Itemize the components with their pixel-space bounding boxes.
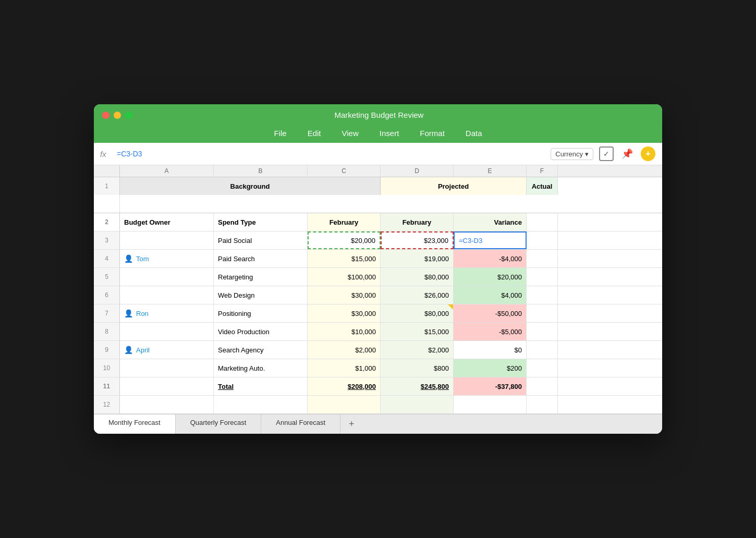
cell-11-b[interactable]: Total <box>214 377 308 395</box>
row-2: 2 Budget Owner Spend Type February Febru… <box>94 213 662 231</box>
cell-3-a[interactable] <box>120 231 214 249</box>
pin-icon: 📌 <box>621 148 633 160</box>
add-sheet-button[interactable]: + <box>340 414 363 434</box>
cell-6-c[interactable]: $30,000 <box>308 286 381 304</box>
col-header-a: A <box>120 165 214 177</box>
cell-8-c[interactable]: $10,000 <box>308 323 381 340</box>
cell-3-c[interactable]: $20,000 <box>308 231 381 249</box>
cell-12-e[interactable] <box>454 396 527 413</box>
tab-quarterly-forecast[interactable]: Quarterly Forecast <box>176 414 262 434</box>
cell-7-d[interactable]: $80,000 <box>381 304 454 322</box>
titlebar: Marketing Budget Review File Edit View I… <box>94 104 662 143</box>
menu-insert[interactable]: Insert <box>377 128 401 139</box>
cell-9-c[interactable]: $2,000 <box>308 341 381 359</box>
cell-1-projected[interactable]: Projected <box>381 177 527 195</box>
cell-1-actual[interactable]: Actual <box>527 177 558 195</box>
cell-11-e[interactable]: -$37,800 <box>454 377 527 395</box>
cell-4-d[interactable]: $19,000 <box>381 250 454 267</box>
cell-9-d[interactable]: $2,000 <box>381 341 454 359</box>
cell-8-e[interactable]: -$5,000 <box>454 323 527 340</box>
currency-dropdown[interactable]: Currency ▾ <box>551 148 593 160</box>
cell-8-rownum: 8 <box>94 323 120 340</box>
cell-5-d[interactable]: $80,000 <box>381 268 454 286</box>
cell-8-a[interactable] <box>120 323 214 340</box>
cell-5-a[interactable] <box>120 268 214 286</box>
close-button[interactable] <box>102 112 109 119</box>
cell-4-b[interactable]: Paid Search <box>214 250 308 267</box>
cell-11-d[interactable]: $245,800 <box>381 377 454 395</box>
cell-3-d[interactable]: $23,000 <box>381 231 454 249</box>
cell-8-d[interactable]: $15,000 <box>381 323 454 340</box>
cell-6-a[interactable] <box>120 286 214 304</box>
cell-5-rownum: 5 <box>94 268 120 286</box>
minimize-button[interactable] <box>114 112 121 119</box>
cell-12-d[interactable] <box>381 396 454 413</box>
flag-indicator <box>448 304 453 310</box>
cell-11-extra <box>527 377 558 395</box>
cell-7-e[interactable]: -$50,000 <box>454 304 527 322</box>
menu-format[interactable]: Format <box>418 128 447 139</box>
cell-3-e[interactable]: =C3-D3 <box>454 231 527 249</box>
cell-10-b[interactable]: Marketing Auto. <box>214 359 308 377</box>
cell-11-rownum: 11 <box>94 377 120 395</box>
cell-2-c[interactable]: February <box>308 213 381 231</box>
cell-10-d[interactable]: $800 <box>381 359 454 377</box>
cell-6-b[interactable]: Web Design <box>214 286 308 304</box>
cell-3-b[interactable]: Paid Social <box>214 231 308 249</box>
cell-8-extra <box>527 323 558 340</box>
cell-7-a[interactable]: 👤 Ron <box>120 304 214 322</box>
menu-edit[interactable]: Edit <box>306 128 323 139</box>
row-4: 4 👤 Tom Paid Search $15,000 $19,000 -$4,… <box>94 250 662 268</box>
row-11: 11 Total $208,000 $245,800 -$37,800 <box>94 377 662 396</box>
cell-10-extra <box>527 359 558 377</box>
cell-6-e[interactable]: $4,000 <box>454 286 527 304</box>
tab-annual-forecast[interactable]: Annual Forecast <box>261 414 340 434</box>
cell-10-a[interactable] <box>120 359 214 377</box>
cell-10-e[interactable]: $200 <box>454 359 527 377</box>
tab-monthly-forecast[interactable]: Monthly Forecast <box>94 414 176 434</box>
cell-7-b[interactable]: Positioning <box>214 304 308 322</box>
menubar: File Edit View Insert Format Data <box>102 125 654 143</box>
cell-10-c[interactable]: $1,000 <box>308 359 381 377</box>
cell-5-b[interactable]: Retargeting <box>214 268 308 286</box>
cell-12-b[interactable] <box>214 396 308 413</box>
cell-12-a[interactable] <box>120 396 214 413</box>
user-name-april: April <box>136 346 150 354</box>
cell-9-b[interactable]: Search Agency <box>214 341 308 359</box>
cell-4-e[interactable]: -$4,000 <box>454 250 527 267</box>
comment-button[interactable]: + <box>640 146 656 162</box>
cell-1-background[interactable]: Background <box>120 177 381 195</box>
pin-button[interactable]: 📌 <box>619 146 635 162</box>
cell-5-e[interactable]: $20,000 <box>454 268 527 286</box>
row-1: 1 Background Projected Actual <box>94 177 662 213</box>
menu-file[interactable]: File <box>272 128 289 139</box>
cell-4-rownum: 4 <box>94 250 120 267</box>
cell-9-a[interactable]: 👤 April <box>120 341 214 359</box>
cell-11-c[interactable]: $208,000 <box>308 377 381 395</box>
row-6: 6 Web Design $30,000 $26,000 $4,000 <box>94 286 662 304</box>
cell-2-b[interactable]: Spend Type <box>214 213 308 231</box>
row-10: 10 Marketing Auto. $1,000 $800 $200 <box>94 359 662 377</box>
cell-2-a[interactable]: Budget Owner <box>120 213 214 231</box>
cell-5-c[interactable]: $100,000 <box>308 268 381 286</box>
row-7: 7 👤 Ron Positioning $30,000 $80,000 -$50… <box>94 304 662 323</box>
cell-7-c[interactable]: $30,000 <box>308 304 381 322</box>
col-header-e: E <box>454 165 527 177</box>
cell-8-b[interactable]: Video Production <box>214 323 308 340</box>
formula-input[interactable]: =C3-D3 <box>117 150 544 158</box>
cell-4-c[interactable]: $15,000 <box>308 250 381 267</box>
cell-11-a[interactable] <box>120 377 214 395</box>
cell-12-c[interactable] <box>308 396 381 413</box>
cell-6-d[interactable]: $26,000 <box>381 286 454 304</box>
cell-4-a[interactable]: 👤 Tom <box>120 250 214 267</box>
menu-data[interactable]: Data <box>464 128 484 139</box>
menu-view[interactable]: View <box>340 128 361 139</box>
cell-12-rownum: 12 <box>94 396 120 413</box>
check-button[interactable]: ✓ <box>599 146 614 162</box>
cell-9-e[interactable]: $0 <box>454 341 527 359</box>
cell-2-d[interactable]: February <box>381 213 454 231</box>
maximize-button[interactable] <box>125 112 132 119</box>
cell-2-e[interactable]: Variance <box>454 213 527 231</box>
row-12: 12 <box>94 396 662 414</box>
cell-2-extra <box>527 213 558 231</box>
